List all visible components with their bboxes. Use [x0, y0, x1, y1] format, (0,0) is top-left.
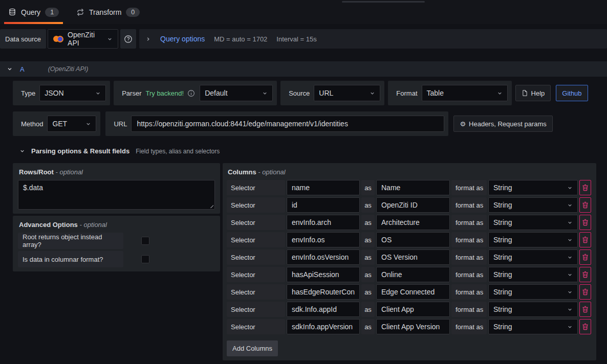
- format-as-label: format as: [451, 215, 487, 230]
- headers-params-button[interactable]: ⚙ Headers, Request params: [453, 116, 552, 132]
- format-as-label: format as: [451, 284, 487, 300]
- format-as-select[interactable]: String: [488, 302, 578, 317]
- trash-icon: [582, 184, 589, 191]
- github-button[interactable]: Github: [556, 85, 588, 101]
- query-datasource-hint: (OpenZiti API): [48, 65, 89, 73]
- rows-root-input[interactable]: $.data: [18, 180, 215, 210]
- delete-column-button[interactable]: [579, 267, 591, 282]
- method-field: Method GET: [13, 111, 100, 136]
- url-input[interactable]: [131, 116, 444, 132]
- advanced-options-title: Advanced Options - optional: [19, 221, 215, 229]
- advanced-options-label: Advanced Options: [19, 221, 78, 229]
- tab-query[interactable]: Query 1: [4, 0, 63, 24]
- chevron-down-icon: [567, 255, 573, 260]
- delete-column-button[interactable]: [579, 232, 591, 247]
- help-button-label: Help: [531, 89, 545, 97]
- query-ref-id[interactable]: A: [20, 65, 25, 73]
- format-as-select[interactable]: String: [488, 215, 578, 230]
- selector-input[interactable]: [287, 284, 360, 300]
- alias-input[interactable]: [376, 180, 450, 195]
- selector-input[interactable]: [287, 232, 360, 247]
- tab-transform-label: Transform: [89, 8, 121, 16]
- selector-input[interactable]: [287, 215, 360, 230]
- alias-input[interactable]: [376, 215, 450, 230]
- delete-column-button[interactable]: [579, 197, 591, 213]
- delete-column-button[interactable]: [579, 215, 591, 230]
- alias-input[interactable]: [376, 284, 450, 300]
- format-as-value: String: [493, 201, 512, 209]
- delete-column-button[interactable]: [579, 319, 591, 334]
- alias-input[interactable]: [376, 249, 450, 265]
- delete-column-button[interactable]: [579, 180, 591, 195]
- openziti-logo-icon: [53, 36, 63, 42]
- source-select[interactable]: URL: [314, 85, 380, 101]
- selector-input[interactable]: [287, 180, 360, 195]
- query-options-link[interactable]: Query options: [160, 35, 205, 43]
- collapse-chevron-icon[interactable]: [7, 66, 13, 72]
- selector-input[interactable]: [287, 302, 360, 317]
- selector-input[interactable]: [287, 319, 360, 334]
- format-as-select[interactable]: String: [488, 319, 578, 334]
- format-select[interactable]: Table: [422, 85, 508, 101]
- format-as-label: format as: [451, 302, 487, 317]
- tab-query-label: Query: [21, 8, 40, 16]
- root-object-checkbox[interactable]: [141, 237, 149, 245]
- delete-column-button[interactable]: [579, 284, 591, 300]
- type-select[interactable]: JSON: [39, 85, 106, 101]
- query-row-header[interactable]: A (OpenZiti API): [0, 61, 607, 77]
- parser-select[interactable]: Default: [200, 85, 273, 101]
- parsing-section-header[interactable]: Parsing options & Result fields Field ty…: [19, 147, 596, 155]
- format-as-label: format as: [451, 197, 487, 213]
- format-as-value: String: [493, 184, 512, 192]
- selector-input[interactable]: [287, 267, 360, 282]
- format-as-select[interactable]: String: [488, 267, 578, 282]
- alias-input[interactable]: [376, 232, 450, 247]
- query-options-strip: Query options MD = auto = 1702 Interval …: [139, 29, 607, 49]
- format-as-label: format as: [451, 232, 487, 247]
- delete-column-button[interactable]: [579, 249, 591, 265]
- datasource-help-button[interactable]: [120, 29, 136, 49]
- format-as-select[interactable]: String: [488, 284, 578, 300]
- chevron-down-icon: [262, 90, 268, 96]
- chevron-down-icon: [567, 202, 573, 208]
- method-select[interactable]: GET: [47, 116, 96, 132]
- selector-input[interactable]: [287, 249, 360, 265]
- chevron-right-icon[interactable]: [145, 36, 151, 42]
- collapse-chevron-icon: [19, 148, 25, 154]
- format-label: Format: [392, 89, 421, 97]
- format-as-value: String: [493, 236, 512, 244]
- editor-row-2: Method GET URL ⚙ Headers, Request params: [13, 111, 596, 136]
- tab-transform[interactable]: Transform 0: [72, 0, 144, 24]
- format-as-select[interactable]: String: [488, 197, 578, 213]
- parser-label: Parser: [118, 89, 145, 97]
- chevron-down-icon: [85, 121, 91, 127]
- advanced-options-optional: - optional: [79, 221, 106, 229]
- columnar-option-row: Is data in columnar format?: [18, 251, 215, 267]
- format-as-select[interactable]: String: [488, 249, 578, 265]
- transform-icon: [76, 8, 84, 16]
- alias-input[interactable]: [376, 197, 450, 213]
- alias-input[interactable]: [376, 302, 450, 317]
- alias-input[interactable]: [376, 319, 450, 334]
- column-rows: Selector as format as String Selector as…: [227, 180, 592, 334]
- trash-icon: [582, 254, 589, 261]
- trash-icon: [582, 306, 589, 313]
- format-as-label: format as: [451, 267, 487, 282]
- chevron-down-icon: [567, 220, 573, 225]
- column-row: Selector as format as String: [227, 319, 592, 334]
- format-as-select[interactable]: String: [488, 180, 578, 195]
- delete-column-button[interactable]: [579, 302, 591, 317]
- format-as-select[interactable]: String: [488, 232, 578, 247]
- datasource-picker[interactable]: OpenZiti API: [48, 29, 118, 49]
- help-button[interactable]: Help: [515, 85, 551, 101]
- columnar-checkbox[interactable]: [141, 255, 149, 263]
- trash-icon: [582, 323, 589, 330]
- datasource-value: OpenZiti API: [68, 31, 103, 47]
- columns-panel: Columns - optional Selector as format as…: [223, 163, 596, 360]
- selector-label: Selector: [227, 302, 285, 317]
- alias-input[interactable]: [376, 267, 450, 282]
- add-columns-button[interactable]: Add Columns: [227, 340, 278, 356]
- selector-input[interactable]: [287, 197, 360, 213]
- root-object-option-row: Root returns object instead array?: [18, 233, 215, 249]
- source-label: Source: [285, 89, 314, 97]
